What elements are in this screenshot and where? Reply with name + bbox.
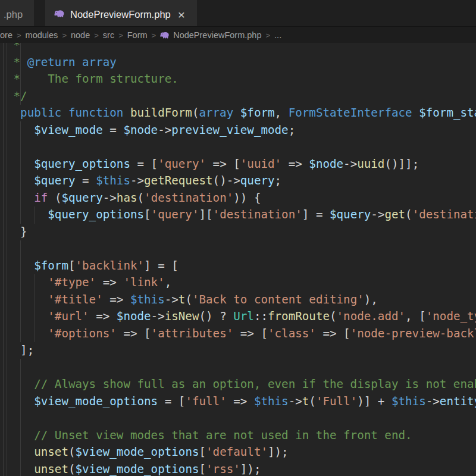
code-line[interactable]: // Always show full as an option, even i…	[7, 376, 476, 393]
breadcrumb-item-src[interactable]: src	[103, 30, 114, 40]
code-line[interactable]: '#title' => $this->t('Back to content ed…	[7, 292, 476, 309]
breadcrumb-item-node[interactable]: node	[71, 30, 90, 40]
code-lines: * * @return array * The form structure. …	[7, 43, 476, 476]
php-elephant-icon	[54, 10, 65, 20]
code-line[interactable]	[7, 139, 476, 156]
breadcrumb-item-core[interactable]: ore	[0, 30, 12, 40]
breadcrumb-item-modules[interactable]: modules	[26, 30, 58, 40]
chevron-right-icon: >	[152, 30, 156, 40]
breadcrumb-item-file[interactable]: NodePreviewForm.php	[173, 30, 261, 40]
code-line[interactable]: public function buildForm(array $form, F…	[7, 105, 476, 122]
tab-bar: .php NodePreviewForm.php ×	[0, 0, 476, 27]
code-line[interactable]: }	[7, 224, 476, 241]
code-line[interactable]: $form['backlink'] = [	[7, 258, 476, 275]
code-line[interactable]: */	[7, 88, 476, 105]
indent-guide	[3, 43, 4, 476]
chevron-right-icon: >	[94, 30, 99, 40]
breadcrumb-item-symbol-ellipsis[interactable]: ...	[274, 30, 281, 40]
tab-inactive-php[interactable]: .php	[0, 0, 34, 26]
php-elephant-icon	[160, 30, 170, 40]
code-line[interactable]: if ($query->has('destination')) {	[7, 190, 476, 207]
tab-label: NodePreviewForm.php	[70, 6, 171, 20]
chevron-right-icon: >	[118, 30, 123, 40]
code-line[interactable]	[7, 359, 476, 377]
code-editor[interactable]: * * @return array * The form structure. …	[0, 43, 476, 476]
code-line[interactable]: * @return array	[7, 54, 476, 71]
breadcrumb: ore > modules > node > src > Form > Node…	[0, 27, 476, 43]
breadcrumb-item-form[interactable]: Form	[127, 30, 148, 40]
code-line[interactable]: '#type' => 'link',	[7, 274, 476, 292]
code-line[interactable]	[7, 240, 476, 258]
code-line[interactable]: ];	[7, 342, 476, 359]
code-line[interactable]: * The form structure.	[7, 71, 476, 88]
chevron-right-icon: >	[17, 30, 21, 40]
code-line[interactable]: *	[7, 43, 476, 54]
code-line[interactable]	[7, 410, 476, 427]
code-line[interactable]: $query_options = ['query' => ['uuid' => …	[7, 156, 476, 173]
code-line[interactable]: unset($view_mode_options['default']);	[7, 444, 476, 461]
code-line[interactable]: $query = $this->getRequest()->query;	[7, 173, 476, 190]
tab-active-nodepreviewform[interactable]: NodePreviewForm.php ×	[45, 0, 197, 26]
code-line[interactable]: $view_mode_options = ['full' => $this->t…	[7, 393, 476, 411]
code-line[interactable]: '#options' => ['attributes' => ['class' …	[7, 325, 476, 343]
code-line[interactable]: unset($view_mode_options['rss']);	[7, 461, 476, 476]
chevron-right-icon: >	[62, 30, 67, 40]
chevron-right-icon: >	[266, 30, 271, 40]
code-line[interactable]: $query_options['query']['destination'] =…	[7, 206, 476, 224]
tab-label: .php	[4, 6, 23, 20]
code-line[interactable]: '#url' => $node->isNew() ? Url::fromRout…	[7, 308, 476, 325]
code-line[interactable]: $view_mode = $node->preview_view_mode;	[7, 122, 476, 139]
code-line[interactable]: // Unset view modes that are not used in…	[7, 427, 476, 444]
close-icon[interactable]: ×	[178, 8, 185, 21]
